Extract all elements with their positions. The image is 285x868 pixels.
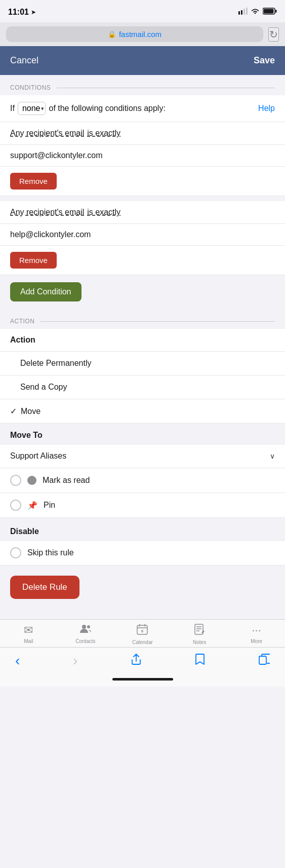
support-aliases-dropdown[interactable]: Support Aliases ∨ xyxy=(0,444,285,468)
condition-1-email[interactable]: support@clickontyler.com xyxy=(0,145,285,167)
more-icon: ··· xyxy=(252,624,261,637)
disable-label: Disable xyxy=(10,527,39,536)
none-value: none xyxy=(22,104,40,113)
calendar-tab-label: Calendar xyxy=(132,639,153,645)
tab-notes[interactable]: Notes xyxy=(171,624,228,645)
save-button[interactable]: Save xyxy=(254,53,275,68)
condition-2-type-row[interactable]: Any recipient's email is exactly xyxy=(0,201,285,224)
contacts-icon xyxy=(79,624,92,637)
tab-mail[interactable]: ✉ Mail xyxy=(0,624,57,644)
none-arrow-icon: ▾ xyxy=(41,105,44,112)
more-tab-label: More xyxy=(251,638,262,644)
condition-2-remove-row: Remove xyxy=(0,246,285,275)
pin-radio[interactable] xyxy=(10,500,21,511)
condition-2-remove-button[interactable]: Remove xyxy=(10,252,57,269)
mark-as-read-radio[interactable] xyxy=(10,475,21,486)
skip-rule-radio[interactable] xyxy=(10,547,21,558)
add-condition-button[interactable]: Add Condition xyxy=(10,282,82,301)
svg-rect-14 xyxy=(195,624,203,634)
tab-contacts[interactable]: Contacts xyxy=(57,624,114,644)
tab-more[interactable]: ··· More xyxy=(228,624,285,644)
send-copy-label: Send a Copy xyxy=(20,383,67,392)
delete-rule-button[interactable]: Delete Rule xyxy=(10,576,79,599)
action-item-send-copy[interactable]: Send a Copy xyxy=(0,375,285,399)
notes-tab-label: Notes xyxy=(193,639,206,645)
lock-icon: 🔒 xyxy=(108,30,116,38)
condition-1-part1: Any recipient's email xyxy=(10,129,84,138)
action-section-header: ACTION xyxy=(0,309,285,329)
back-button[interactable]: ‹ xyxy=(15,653,20,669)
tab-calendar[interactable]: 8 Calendar xyxy=(114,624,171,645)
pin-icon: 📌 xyxy=(27,501,37,510)
none-dropdown[interactable]: none ▾ xyxy=(18,102,46,115)
delete-rule-row: Delete Rule xyxy=(0,565,285,609)
browser-bar: 🔒 fastmail.com ↻ xyxy=(0,22,285,46)
condition-2-part1: Any recipient's email xyxy=(10,208,84,217)
mail-tab-label: Mail xyxy=(24,638,33,644)
help-link[interactable]: Help xyxy=(258,104,275,113)
battery-icon xyxy=(263,8,277,17)
action-header-row: Action xyxy=(0,329,285,352)
condition-1-part2: is exactly xyxy=(87,129,120,138)
notes-icon xyxy=(194,624,205,638)
condition-separator xyxy=(0,196,285,201)
condition-2: Any recipient's email is exactly help@cl… xyxy=(0,201,285,275)
tab-bar: ✉ Mail Contacts 8 Calendar Notes ··· Mor… xyxy=(0,619,285,647)
browser-nav: ‹ › xyxy=(0,647,285,674)
conditions-section-header: CONDITIONS xyxy=(0,75,285,95)
svg-rect-1 xyxy=(241,10,242,15)
action-label: ACTION xyxy=(10,318,34,325)
status-icons xyxy=(238,8,277,17)
svg-rect-2 xyxy=(243,9,245,15)
action-header-text: Action xyxy=(10,335,35,344)
condition-1-remove-row: Remove xyxy=(0,167,285,196)
calendar-icon: 8 xyxy=(137,624,148,638)
home-bar xyxy=(112,678,173,681)
reload-button[interactable]: ↻ xyxy=(268,27,279,42)
condition-1: Any recipient's email is exactly support… xyxy=(0,122,285,196)
disable-section: Disable Skip this rule xyxy=(0,518,285,565)
status-time: 11:01 xyxy=(8,8,29,17)
action-section: Action Delete Permanently Send a Copy ✓ … xyxy=(0,329,285,424)
pin-row[interactable]: 📌 Pin xyxy=(0,493,285,518)
skip-rule-row[interactable]: Skip this rule xyxy=(0,540,285,565)
svg-rect-6 xyxy=(264,9,274,14)
condition-2-email[interactable]: help@clickontyler.com xyxy=(0,224,285,246)
svg-point-8 xyxy=(87,625,90,628)
action-section-divider xyxy=(40,321,275,322)
section-divider xyxy=(57,88,275,88)
share-button[interactable] xyxy=(131,654,142,668)
url-bar[interactable]: 🔒 fastmail.com xyxy=(6,26,263,42)
dropdown-selected-text: Support Aliases xyxy=(10,451,66,461)
gray-dot-icon xyxy=(27,476,36,485)
skip-rule-label: Skip this rule xyxy=(27,548,74,557)
delete-permanently-label: Delete Permanently xyxy=(20,359,92,368)
action-item-delete[interactable]: Delete Permanently xyxy=(0,352,285,375)
dropdown-arrow-icon: ∨ xyxy=(270,452,275,460)
home-indicator xyxy=(0,674,285,687)
svg-rect-18 xyxy=(259,656,266,664)
wifi-icon xyxy=(251,8,260,17)
mark-as-read-row[interactable]: Mark as read xyxy=(0,468,285,493)
contacts-tab-label: Contacts xyxy=(75,638,95,644)
add-condition-row: Add Condition xyxy=(0,275,285,309)
conditions-label: CONDITIONS xyxy=(10,84,51,91)
location-icon: ➤ xyxy=(31,9,36,16)
svg-rect-0 xyxy=(238,11,240,15)
bookmarks-button[interactable] xyxy=(194,654,206,668)
forward-button[interactable]: › xyxy=(73,653,77,669)
mark-as-read-label: Mark as read xyxy=(43,476,90,485)
move-label: Move xyxy=(21,407,40,416)
svg-rect-3 xyxy=(246,8,248,15)
if-text: If xyxy=(10,104,15,113)
condition-1-remove-button[interactable]: Remove xyxy=(10,173,57,190)
spacer xyxy=(0,609,285,619)
tabs-button[interactable] xyxy=(259,654,270,668)
signal-icon xyxy=(238,8,248,17)
cancel-button[interactable]: Cancel xyxy=(10,53,38,68)
mail-icon: ✉ xyxy=(24,624,33,637)
url-text: fastmail.com xyxy=(119,30,161,39)
condition-1-type-row[interactable]: Any recipient's email is exactly xyxy=(0,122,285,145)
of-the-following-text: of the following conditions apply: xyxy=(49,104,165,113)
action-item-move[interactable]: ✓ Move xyxy=(0,399,285,424)
